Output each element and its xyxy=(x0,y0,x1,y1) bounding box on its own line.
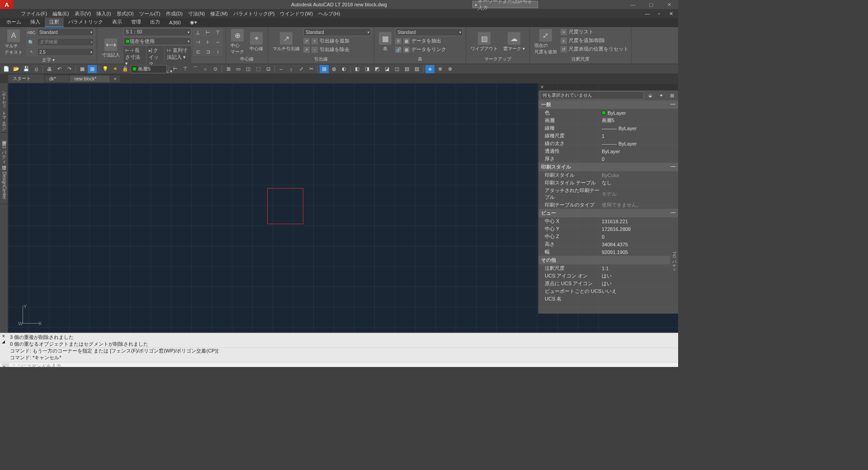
dim-tool-6[interactable]: ↔ xyxy=(213,38,223,47)
table-style-dropdown[interactable]: Standard xyxy=(395,28,463,36)
text-height-dropdown[interactable]: 2.5 xyxy=(37,48,94,56)
prop-val-ucsvp[interactable]: いいえ xyxy=(602,288,678,295)
tb-c6[interactable]: ▧ xyxy=(402,65,411,73)
leader-remove-button[interactable]: ↗−引出線を除去 xyxy=(303,46,371,53)
prop-val-trans[interactable]: ByLayer xyxy=(602,148,678,155)
print-button[interactable]: 🖶 xyxy=(45,65,54,73)
dim-scale-dropdown[interactable]: S 1：50 xyxy=(123,28,191,36)
minimize-button[interactable]: — xyxy=(624,0,642,9)
prop-val-layer[interactable]: 画層5 xyxy=(602,117,678,124)
mdi-minimize-icon[interactable]: — xyxy=(643,9,652,18)
qat-btn-1[interactable]: ▦ xyxy=(78,65,87,73)
redo-button[interactable]: ↷ xyxy=(65,65,74,73)
panel-table-title[interactable]: 表 xyxy=(377,56,463,63)
menu-dimension[interactable]: 寸法(N) xyxy=(185,10,208,17)
tb-dim3[interactable]: ⌒ xyxy=(191,65,200,73)
mdi-close-icon[interactable]: ✕ xyxy=(666,9,675,18)
lock-icon[interactable]: 🔒 xyxy=(121,65,130,73)
scale-reset-button[interactable]: ↺尺度表現の位置をリセット xyxy=(561,45,628,53)
prop-val-cy[interactable]: 172816.2808 xyxy=(602,226,678,232)
prop-val-cz[interactable]: 0 xyxy=(602,233,678,240)
tb-d1[interactable]: ⊕ xyxy=(435,65,444,73)
tb-n2[interactable]: ↕ xyxy=(287,65,296,73)
menu-file[interactable]: ファイル(F) xyxy=(18,10,50,17)
doc-tab-dk[interactable]: dk* xyxy=(45,75,70,82)
doc-tab-start[interactable]: スタート xyxy=(8,75,45,83)
mdi-restore-icon[interactable]: ▫ xyxy=(655,9,664,18)
tab-a360[interactable]: A360 xyxy=(165,19,185,27)
tb-snap-active[interactable]: ◈ xyxy=(425,65,434,73)
scale-list-button[interactable]: ≡尺度リスト xyxy=(561,28,628,36)
keyword-search-input[interactable]: ▸ キーワードまたは語句を入力 xyxy=(472,1,538,8)
tb-m5[interactable]: ⊡ xyxy=(264,65,273,73)
dim-tool-5[interactable]: ⊦ xyxy=(203,38,213,47)
tab-parametric[interactable]: パラメトリック xyxy=(64,18,108,27)
tb-a2[interactable]: ◐ xyxy=(340,65,349,73)
open-button[interactable]: 📂 xyxy=(12,65,21,73)
prop-val-cx[interactable]: 131618.221 xyxy=(602,218,678,225)
tb-c2[interactable]: ◨ xyxy=(363,65,372,73)
tab-home[interactable]: ホーム xyxy=(2,18,26,27)
tb-d2[interactable]: ⊗ xyxy=(445,65,454,73)
leader-style-dropdown[interactable]: Standard xyxy=(303,28,371,36)
new-button[interactable]: 📄 xyxy=(2,65,11,73)
qat-btn-active[interactable]: ▦ xyxy=(88,65,97,73)
menu-view[interactable]: 表示(V) xyxy=(72,10,94,17)
undo-button[interactable]: ↶ xyxy=(55,65,64,73)
menu-edit[interactable]: 編集(E) xyxy=(50,10,72,17)
tb-a1[interactable]: ◍ xyxy=(330,65,339,73)
tb-m1[interactable]: ⊞ xyxy=(224,65,233,73)
panel-leader-title[interactable]: 引出線 xyxy=(271,56,371,63)
tb-n3[interactable]: ⤢ xyxy=(297,65,306,73)
dim-usecurrent[interactable]: 現在を使用 xyxy=(123,37,191,45)
findtext-button[interactable]: 🔍 xyxy=(26,38,36,47)
dim-tool-7[interactable]: ⊏ xyxy=(193,47,203,56)
tb-n1[interactable]: ↔ xyxy=(277,65,286,73)
tb-m2[interactable]: ▭ xyxy=(234,65,243,73)
prop-val-lw[interactable]: ——— ByLayer xyxy=(602,140,678,147)
layer-dropdown[interactable]: 画層5 xyxy=(131,65,167,73)
tb-dim4[interactable]: ○ xyxy=(201,65,210,73)
prop-val-linetype[interactable]: ——— ByLayer xyxy=(602,125,678,132)
save-button[interactable]: 💾 xyxy=(22,65,31,73)
menu-tools[interactable]: ツール(T) xyxy=(137,10,163,17)
dim-tool-4[interactable]: ⊣ xyxy=(193,38,203,47)
prop-val-h[interactable]: 34084.4375 xyxy=(602,241,678,248)
dim-tool-8[interactable]: ⊐ xyxy=(203,47,213,56)
prop-section-other[interactable]: その他— xyxy=(538,256,678,264)
link-data-button[interactable]: 🔗▦データをリンク xyxy=(395,46,463,53)
palette-sheetset[interactable]: シートセットマネージ xyxy=(0,83,8,133)
tb-c3[interactable]: ◩ xyxy=(373,65,382,73)
tb-m4[interactable]: ⬚ xyxy=(254,65,263,73)
prop-section-plot[interactable]: 印刷スタイル— xyxy=(538,163,678,171)
prop-val-color[interactable]: ByLayer xyxy=(602,109,678,116)
tb-n4[interactable]: ✂ xyxy=(307,65,316,73)
spellcheck-button[interactable]: ABC xyxy=(26,28,36,37)
text-style-dropdown[interactable]: Standard xyxy=(37,28,94,36)
wipeout-button[interactable]: ▨ワイプアウト xyxy=(469,28,500,56)
properties-vertical-tab[interactable]: プロパティ xyxy=(670,244,678,274)
doc-tab-newblock[interactable]: new block* xyxy=(70,75,110,82)
extract-data-button[interactable]: ⎘▦データを抽出 xyxy=(395,37,463,45)
maximize-button[interactable]: ▢ xyxy=(642,0,660,9)
tab-output[interactable]: 出力 xyxy=(146,18,165,27)
tab-view[interactable]: 表示 xyxy=(108,18,127,27)
text-search-input[interactable]: 文字検索 xyxy=(37,38,94,46)
prop-val-w[interactable]: 92091.1905 xyxy=(602,249,678,255)
mleader-button[interactable]: ↗マルチ引出線 xyxy=(271,28,302,56)
tb-c4[interactable]: ◪ xyxy=(382,65,392,73)
menu-draw[interactable]: 作成(D) xyxy=(163,10,185,17)
cmd-close-icon[interactable]: ✕ xyxy=(2,334,10,338)
quickselect-icon[interactable]: ⬙ xyxy=(646,91,655,99)
sun-icon[interactable]: ☀ xyxy=(111,65,120,73)
tab-annotate[interactable]: 注釈 xyxy=(45,18,64,27)
drawing-canvas[interactable]: Y X W ✕ 何も選択されていません ⬙ ✦ ⊞ 一般— 色ByLayer 画… xyxy=(8,83,678,333)
tb-c1[interactable]: ◧ xyxy=(353,65,362,73)
pim-icon[interactable]: ⊞ xyxy=(667,91,676,99)
doc-tab-add[interactable]: + xyxy=(110,75,121,82)
command-input[interactable]: ▸_ ここにコマンドを入力 xyxy=(0,362,678,367)
revcloud-button[interactable]: ☁雲マーク ▾ xyxy=(501,28,527,56)
palette-designcenter[interactable]: DesignCenter xyxy=(0,167,8,204)
tab-manage[interactable]: 管理 xyxy=(127,18,146,27)
dim-tool-1[interactable]: ⊥ xyxy=(193,28,203,37)
